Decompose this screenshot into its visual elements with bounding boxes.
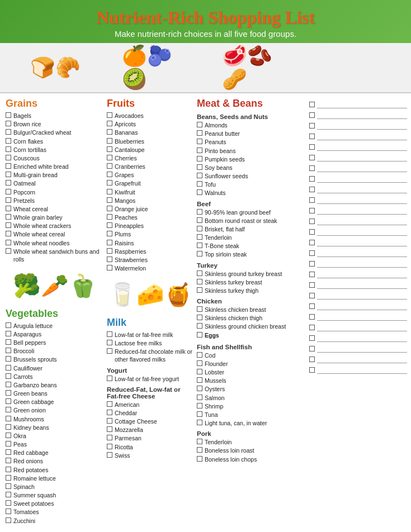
item-checkbox[interactable] bbox=[6, 172, 11, 177]
blank-checkbox[interactable] bbox=[309, 250, 315, 256]
item-checkbox[interactable] bbox=[107, 112, 112, 118]
item-checkbox[interactable] bbox=[6, 214, 11, 220]
blank-checkbox[interactable] bbox=[309, 240, 315, 245]
blank-checkbox[interactable] bbox=[309, 197, 315, 203]
item-checkbox[interactable] bbox=[197, 323, 202, 329]
blank-checkbox[interactable] bbox=[309, 176, 315, 182]
item-checkbox[interactable] bbox=[197, 164, 202, 170]
item-checkbox[interactable] bbox=[6, 129, 11, 135]
blank-checkbox[interactable] bbox=[309, 346, 315, 352]
item-checkbox[interactable] bbox=[107, 331, 112, 337]
item-checkbox[interactable] bbox=[197, 189, 202, 195]
item-checkbox[interactable] bbox=[197, 386, 202, 391]
item-checkbox[interactable] bbox=[197, 226, 202, 231]
item-checkbox[interactable] bbox=[6, 500, 11, 506]
blank-checkbox[interactable] bbox=[309, 293, 315, 298]
blank-checkbox[interactable] bbox=[309, 208, 315, 213]
item-checkbox[interactable] bbox=[197, 181, 202, 187]
item-checkbox[interactable] bbox=[107, 172, 112, 177]
item-checkbox[interactable] bbox=[107, 231, 112, 236]
item-checkbox[interactable] bbox=[6, 458, 11, 463]
item-checkbox[interactable] bbox=[6, 356, 11, 362]
item-checkbox[interactable] bbox=[107, 206, 112, 211]
item-checkbox[interactable] bbox=[197, 411, 202, 417]
item-checkbox[interactable] bbox=[197, 395, 202, 400]
item-checkbox[interactable] bbox=[6, 492, 11, 497]
item-checkbox[interactable] bbox=[107, 129, 112, 135]
blank-checkbox[interactable] bbox=[309, 187, 315, 192]
item-checkbox[interactable] bbox=[107, 426, 112, 432]
item-checkbox[interactable] bbox=[197, 148, 202, 153]
item-checkbox[interactable] bbox=[107, 418, 112, 424]
item-checkbox[interactable] bbox=[6, 467, 11, 472]
item-checkbox[interactable] bbox=[6, 339, 11, 345]
blank-checkbox[interactable] bbox=[309, 144, 315, 150]
item-checkbox[interactable] bbox=[197, 377, 202, 383]
item-checkbox[interactable] bbox=[197, 251, 202, 256]
blank-checkbox[interactable] bbox=[309, 165, 315, 171]
item-checkbox[interactable] bbox=[197, 306, 202, 312]
blank-checkbox[interactable] bbox=[309, 272, 315, 277]
blank-checkbox[interactable] bbox=[309, 112, 315, 118]
item-checkbox[interactable] bbox=[197, 243, 202, 248]
item-checkbox[interactable] bbox=[6, 146, 11, 152]
item-checkbox[interactable] bbox=[6, 416, 11, 421]
item-checkbox[interactable] bbox=[107, 146, 112, 152]
item-checkbox[interactable] bbox=[107, 444, 112, 449]
item-checkbox[interactable] bbox=[197, 360, 202, 366]
item-checkbox[interactable] bbox=[197, 173, 202, 178]
item-checkbox[interactable] bbox=[6, 517, 11, 523]
item-checkbox[interactable] bbox=[6, 407, 11, 412]
blank-checkbox[interactable] bbox=[309, 155, 315, 160]
item-checkbox[interactable] bbox=[197, 270, 202, 276]
item-checkbox[interactable] bbox=[6, 240, 11, 245]
item-checkbox[interactable] bbox=[107, 452, 112, 458]
item-checkbox[interactable] bbox=[6, 231, 11, 236]
item-checkbox[interactable] bbox=[197, 130, 202, 136]
item-checkbox[interactable] bbox=[6, 331, 11, 336]
item-checkbox[interactable] bbox=[107, 189, 112, 194]
blank-checkbox[interactable] bbox=[309, 134, 315, 139]
item-checkbox[interactable] bbox=[6, 189, 11, 194]
blank-checkbox[interactable] bbox=[309, 218, 315, 224]
item-checkbox[interactable] bbox=[107, 435, 112, 440]
item-checkbox[interactable] bbox=[6, 197, 11, 203]
item-checkbox[interactable] bbox=[107, 138, 112, 144]
item-checkbox[interactable] bbox=[6, 475, 11, 481]
item-checkbox[interactable] bbox=[197, 122, 202, 127]
item-checkbox[interactable] bbox=[6, 112, 11, 118]
item-checkbox[interactable] bbox=[197, 352, 202, 358]
item-checkbox[interactable] bbox=[107, 410, 112, 415]
item-checkbox[interactable] bbox=[107, 348, 112, 354]
item-checkbox[interactable] bbox=[197, 156, 202, 162]
item-checkbox[interactable] bbox=[107, 240, 112, 245]
item-checkbox[interactable] bbox=[6, 322, 11, 328]
item-checkbox[interactable] bbox=[6, 365, 11, 370]
item-checkbox[interactable] bbox=[107, 121, 112, 126]
item-checkbox[interactable] bbox=[6, 348, 11, 353]
eggs-checkbox[interactable] bbox=[197, 332, 202, 338]
blank-checkbox[interactable] bbox=[309, 261, 315, 267]
blank-checkbox[interactable] bbox=[309, 303, 315, 309]
blank-checkbox[interactable] bbox=[309, 123, 315, 129]
item-checkbox[interactable] bbox=[107, 214, 112, 220]
item-checkbox[interactable] bbox=[197, 217, 202, 223]
blank-checkbox[interactable] bbox=[309, 335, 315, 341]
blank-checkbox[interactable] bbox=[309, 357, 315, 362]
item-checkbox[interactable] bbox=[6, 248, 11, 254]
item-checkbox[interactable] bbox=[6, 180, 11, 186]
item-checkbox[interactable] bbox=[197, 420, 202, 425]
item-checkbox[interactable] bbox=[107, 222, 112, 228]
item-checkbox[interactable] bbox=[107, 180, 112, 186]
item-checkbox[interactable] bbox=[6, 424, 11, 430]
item-checkbox[interactable] bbox=[197, 139, 202, 144]
item-checkbox[interactable] bbox=[107, 256, 112, 262]
item-checkbox[interactable] bbox=[6, 382, 11, 387]
item-checkbox[interactable] bbox=[107, 163, 112, 169]
blank-checkbox[interactable] bbox=[309, 229, 315, 235]
item-checkbox[interactable] bbox=[107, 155, 112, 160]
item-checkbox[interactable] bbox=[6, 222, 11, 228]
item-checkbox[interactable] bbox=[6, 138, 11, 144]
item-checkbox[interactable] bbox=[6, 155, 11, 160]
item-checkbox[interactable] bbox=[197, 315, 202, 320]
